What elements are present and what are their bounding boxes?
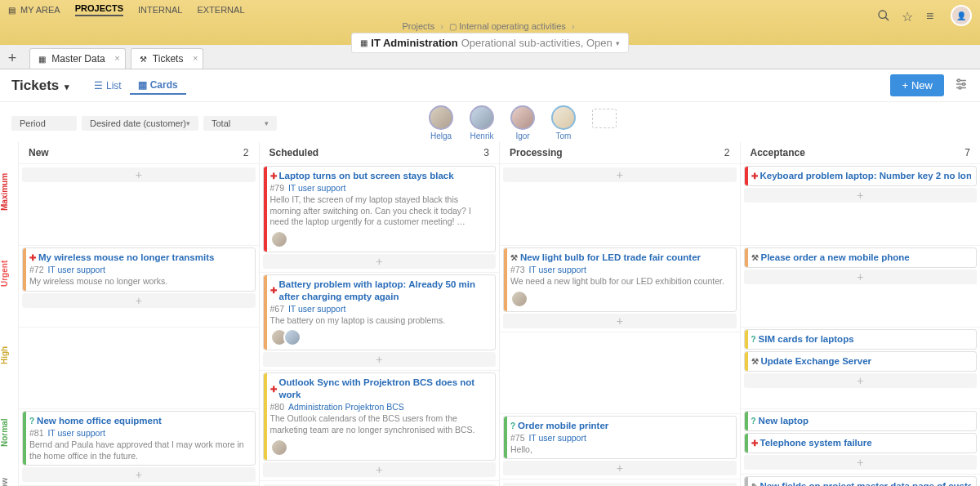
ticket-card[interactable]: ⚒New light bulb for LED trade fair count… [503, 247, 737, 312]
lifebuoy-icon: ✚ [270, 171, 277, 181]
card-title: SIM cards for laptops [759, 333, 854, 346]
add-card-button[interactable]: + [263, 462, 497, 477]
ticket-card[interactable]: ?New laptop [744, 411, 978, 431]
ticket-card[interactable]: ✚Battery problem with laptop: Already 50… [263, 274, 497, 351]
column-header: Acceptance [751, 147, 805, 158]
add-card-button[interactable]: + [744, 188, 978, 203]
question-icon: ? [751, 416, 756, 426]
ticket-card[interactable]: ✚My wireless mouse no longer transmits #… [22, 247, 256, 292]
new-button[interactable]: + New [890, 74, 944, 96]
ticket-card[interactable]: ✚Telephone system failure [744, 433, 978, 453]
lifebuoy-icon: ✚ [751, 438, 758, 448]
search-icon[interactable] [877, 9, 890, 22]
settings-button[interactable] [954, 77, 969, 94]
assignee-label: Helga [429, 132, 453, 140]
card-project[interactable]: IT user support [47, 428, 105, 438]
assignee-henrik[interactable] [470, 105, 494, 130]
assignee-tom[interactable] [551, 105, 576, 130]
card-title: Telephone system failure [760, 437, 872, 449]
nav-external[interactable]: EXTERNAL [197, 5, 244, 15]
view-title[interactable]: Tickets ▾ [11, 78, 69, 94]
filter-total-label: Total [212, 118, 230, 128]
assignee-igor[interactable] [510, 105, 535, 130]
column-header: Scheduled [270, 147, 319, 158]
add-card-button[interactable]: + [22, 293, 256, 308]
card-avatar [283, 328, 301, 346]
ticket-card[interactable]: ⚒Update Exchange Server [744, 351, 978, 372]
hammer-icon: ⚒ [751, 356, 759, 367]
svg-point-6 [963, 83, 965, 86]
assignee-dropzone[interactable] [592, 109, 617, 128]
priority-urgent: Urgent [0, 245, 9, 327]
chevron-down-icon: ▾ [616, 39, 620, 47]
tab-master-data[interactable]: ▦ Master Data × [29, 48, 126, 69]
column-new: New2 + ✚My wireless mouse no longer tran… [18, 142, 259, 486]
card-title: New fields on project master data page o… [760, 480, 972, 486]
view-cards-label: Cards [150, 79, 178, 91]
card-ref: #75 [510, 433, 525, 443]
filter-desired-label: Desired date (customer) [90, 118, 186, 128]
ticket-card[interactable]: ?Order mobile printer #75 IT user suppor… [503, 416, 737, 460]
card-title: Order mobile printer [518, 420, 608, 432]
assignee-helga[interactable] [429, 105, 453, 130]
card-desc: Bernd and Paula have approved that I may… [29, 439, 250, 461]
card-project[interactable]: IT user support [528, 433, 586, 443]
ticket-card[interactable]: ?SIM cards for laptops [744, 329, 978, 350]
view-list-label: List [106, 80, 122, 91]
close-icon[interactable]: × [193, 53, 198, 63]
menu-icon[interactable]: ≡ [926, 9, 939, 22]
card-title: Please order a new mobile phone [761, 252, 910, 264]
card-project[interactable]: IT user support [288, 183, 345, 193]
lifebuoy-icon: ✚ [270, 285, 277, 296]
add-card-button[interactable]: + [503, 314, 737, 328]
filter-desired-date[interactable]: Desired date (customer) ▾ [82, 116, 198, 131]
plus-icon: + [902, 79, 908, 91]
breadcrumb-projects[interactable]: Projects [402, 21, 434, 31]
ticket-card[interactable]: ✎New fields on project master data page … [744, 476, 978, 486]
nav-my-area[interactable]: MY AREA [20, 5, 60, 15]
column-processing: Processing2 + ⚒New light bulb for LED tr… [499, 142, 740, 486]
ticket-card[interactable]: ✚Keyboard problem laptop: Number key 2 n… [744, 166, 978, 186]
add-card-button[interactable]: + [744, 270, 978, 284]
ticket-card[interactable]: ?New home office equipment #81 IT user s… [22, 411, 256, 466]
tab-tickets-label: Tickets [153, 53, 184, 65]
add-card-button[interactable]: + [22, 167, 256, 182]
ticket-card[interactable]: ⚒Please order a new mobile phone [744, 247, 978, 268]
add-card-button[interactable]: + [263, 254, 497, 269]
add-card-button[interactable]: + [503, 461, 737, 475]
ticket-card[interactable]: ✚Laptop turns on but screen stays black … [263, 166, 497, 252]
kanban-board: Maximum Urgent High Normal Low New2 + ✚M… [0, 142, 980, 486]
filter-period[interactable]: Period [11, 116, 77, 131]
add-card-button[interactable]: + [503, 167, 737, 182]
nav-projects[interactable]: PROJECTS [75, 3, 123, 16]
card-ref: #79 [270, 183, 285, 193]
card-desc: The battery on my laptop is causing prob… [270, 315, 491, 327]
add-card-button[interactable]: + [744, 455, 978, 470]
card-project[interactable]: Administration Projektron BCS [288, 402, 404, 412]
priority-axis: Maximum Urgent High Normal Low [0, 142, 18, 486]
add-card-button[interactable]: + [503, 483, 737, 486]
view-bar: Tickets ▾ ☰ List ▦ Cards + New [0, 69, 980, 102]
add-card-button[interactable]: + [744, 373, 978, 388]
view-list-button[interactable]: ☰ List [86, 77, 130, 95]
card-project[interactable]: IT user support [528, 265, 586, 274]
breadcrumb-internal[interactable]: Internal operating activities [459, 21, 566, 31]
add-card-button[interactable]: + [22, 467, 256, 482]
card-project[interactable]: IT user support [288, 304, 345, 314]
tab-tickets[interactable]: ⚒ Tickets × [131, 48, 204, 69]
filter-total[interactable]: Total ▾ [203, 116, 277, 131]
view-cards-button[interactable]: ▦ Cards [130, 77, 186, 95]
card-title: Laptop turns on but screen stays black [279, 170, 454, 182]
user-avatar[interactable]: 👤 [951, 5, 972, 26]
nav-internal[interactable]: INTERNAL [138, 5, 182, 15]
close-icon[interactable]: × [114, 53, 119, 63]
ticket-card[interactable]: ✚Outlook Sync with Projektron BCS does n… [263, 372, 497, 460]
question-icon: ? [29, 416, 34, 426]
card-project[interactable]: IT user support [47, 265, 105, 274]
column-scheduled: Scheduled3 ✚Laptop turns on but screen s… [259, 142, 500, 486]
add-card-button[interactable]: + [263, 352, 497, 367]
star-icon[interactable]: ☆ [902, 9, 915, 22]
page-title-bar[interactable]: ▦ IT Administration Operational sub-acti… [351, 33, 628, 53]
priority-maximum: Maximum [0, 163, 9, 245]
assignee-label: Igor [510, 132, 535, 140]
